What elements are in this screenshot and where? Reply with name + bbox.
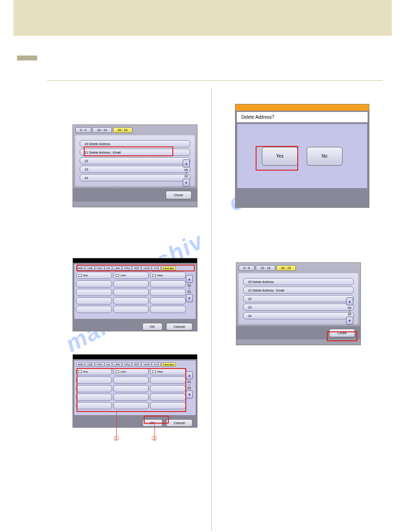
alpha-tab[interactable]: LMN xyxy=(112,266,122,270)
alpha-tab[interactable]: CDE xyxy=(85,362,94,367)
favorites-panel: #AB CDE FGH IJK LMN OPQ RST UVW XYZ Favo… xyxy=(73,258,197,331)
mail-icon xyxy=(78,274,82,277)
scroll-up-icon[interactable]: ▲ xyxy=(186,275,193,283)
dialog-header xyxy=(235,104,369,111)
page-counter: 01/01 xyxy=(188,284,191,293)
alpha-tab[interactable]: RST xyxy=(132,266,141,270)
no-button[interactable]: No xyxy=(307,147,342,166)
alpha-tab[interactable]: IJK xyxy=(105,362,112,367)
close-button[interactable]: Close xyxy=(329,329,355,337)
mail-icon xyxy=(152,370,156,373)
contact-cell[interactable] xyxy=(113,385,149,392)
ok-button[interactable]: OK xyxy=(142,323,163,330)
contact-cell[interactable]: John xyxy=(113,368,149,375)
alpha-tab[interactable]: #AB xyxy=(76,362,85,367)
side-tab xyxy=(17,56,37,60)
favorites-panel-2: #AB CDE FGH IJK LMN OPQ RST UVW XYZ Favo… xyxy=(73,354,197,428)
contact-cell[interactable] xyxy=(150,402,186,409)
contact-cell[interactable] xyxy=(113,289,149,296)
scroll-up-icon[interactable]: ▲ xyxy=(346,297,353,305)
alpha-tab[interactable]: CDE xyxy=(85,266,94,270)
alpha-tab[interactable]: RST xyxy=(132,362,141,367)
list-item[interactable]: 23 xyxy=(243,304,354,311)
scroll-down-icon[interactable]: ▼ xyxy=(183,179,190,187)
tab-10-19[interactable]: 10 - 19 xyxy=(92,127,112,133)
contact-cell[interactable] xyxy=(76,385,112,392)
contact-cell[interactable] xyxy=(76,377,112,384)
list-item[interactable]: 22 xyxy=(243,295,354,302)
favorites-tab[interactable]: Favorites xyxy=(161,266,176,270)
contact-cell[interactable] xyxy=(150,377,186,384)
alpha-tab[interactable]: LMN xyxy=(112,362,122,367)
favorites-tab[interactable]: Favorites xyxy=(161,362,176,367)
list-item[interactable]: 21 Delete Address : Email xyxy=(80,149,190,156)
contact-cell[interactable]: Bob xyxy=(76,368,112,375)
alpha-tab[interactable]: IJK xyxy=(105,266,112,270)
contact-cell[interactable] xyxy=(150,297,186,305)
contact-cell[interactable] xyxy=(76,289,112,296)
dialog-title: Delete Address? xyxy=(237,112,368,122)
list-item[interactable]: 22 xyxy=(80,157,190,164)
tab-10-19[interactable]: 10 - 19 xyxy=(256,265,275,271)
contact-cell[interactable] xyxy=(150,394,186,401)
alpha-tab[interactable]: UVW xyxy=(141,362,151,367)
divider-horizontal xyxy=(47,80,383,81)
address-list-panel-2: 0 - 9 10 - 19 20 - 29 20 Delete Address … xyxy=(236,262,361,345)
contact-cell[interactable]: Mike xyxy=(150,368,186,375)
contact-cell[interactable] xyxy=(113,394,149,401)
alpha-tab[interactable]: XYZ xyxy=(152,362,161,367)
contact-cell[interactable] xyxy=(113,402,149,409)
contact-cell[interactable] xyxy=(113,306,149,313)
contact-cell[interactable] xyxy=(150,280,186,287)
ok-button[interactable]: OK xyxy=(142,419,163,427)
contact-cell[interactable] xyxy=(113,377,149,384)
cancel-button[interactable]: Cancel xyxy=(166,419,193,427)
divider-vertical xyxy=(211,87,212,531)
contact-cell[interactable] xyxy=(150,306,186,313)
alpha-tab[interactable]: UVW xyxy=(141,266,151,270)
callout-1: ① xyxy=(113,434,119,442)
scroll-down-icon[interactable]: ▼ xyxy=(186,294,193,302)
contact-cell[interactable] xyxy=(76,402,112,409)
contact-cell[interactable] xyxy=(76,394,112,401)
contact-cell[interactable] xyxy=(113,297,149,305)
alpha-tab[interactable]: #AB xyxy=(76,266,85,270)
alpha-tab[interactable]: FGH xyxy=(95,362,104,367)
contact-cell[interactable]: John xyxy=(113,272,149,279)
contact-cell[interactable] xyxy=(150,289,186,296)
scroll-down-icon[interactable]: ▼ xyxy=(186,390,193,399)
alpha-tab[interactable]: OPQ xyxy=(122,266,132,270)
list-item[interactable]: 23 xyxy=(80,166,190,173)
header-band xyxy=(13,0,392,36)
list-item[interactable]: 24 xyxy=(80,174,190,181)
alpha-tab[interactable]: FGH xyxy=(95,266,104,270)
alpha-tab[interactable]: OPQ xyxy=(122,362,132,367)
list-item[interactable]: 20 Delete Address xyxy=(243,278,354,285)
list-item[interactable]: 24 xyxy=(243,312,354,319)
scroll-up-icon[interactable]: ▲ xyxy=(183,159,190,167)
yes-button[interactable]: Yes xyxy=(262,147,298,166)
close-button[interactable]: Close xyxy=(166,191,192,199)
contact-cell[interactable] xyxy=(113,280,149,287)
scroll-down-icon[interactable]: ▼ xyxy=(346,317,353,325)
mail-icon xyxy=(116,370,119,373)
tab-0-9[interactable]: 0 - 9 xyxy=(75,127,91,133)
contact-cell[interactable]: Mike xyxy=(150,272,186,279)
page-counter: 05/06 xyxy=(184,168,188,178)
contact-cell[interactable] xyxy=(76,297,112,305)
alpha-tab[interactable]: XYZ xyxy=(152,266,161,270)
contact-cell[interactable]: Bob xyxy=(76,272,112,279)
list-item[interactable]: 20 Delete Address xyxy=(80,140,190,147)
list-item[interactable]: 21 Delete Address : Email xyxy=(243,287,354,294)
contact-cell[interactable] xyxy=(76,280,112,287)
contact-cell[interactable] xyxy=(150,385,186,392)
tab-20-29[interactable]: 20 - 29 xyxy=(276,265,296,271)
scroll-up-icon[interactable]: ▲ xyxy=(186,371,193,379)
tab-20-29[interactable]: 20 - 29 xyxy=(113,127,133,133)
address-list-panel: 0 - 9 10 - 19 20 - 29 20 Delete Address … xyxy=(73,124,197,207)
cancel-button[interactable]: Cancel xyxy=(166,323,193,330)
page-counter: 05/06 xyxy=(348,306,351,316)
contact-cell[interactable] xyxy=(76,306,112,313)
tab-0-9[interactable]: 0 - 9 xyxy=(239,265,255,271)
page-counter: 01/01 xyxy=(188,380,191,390)
